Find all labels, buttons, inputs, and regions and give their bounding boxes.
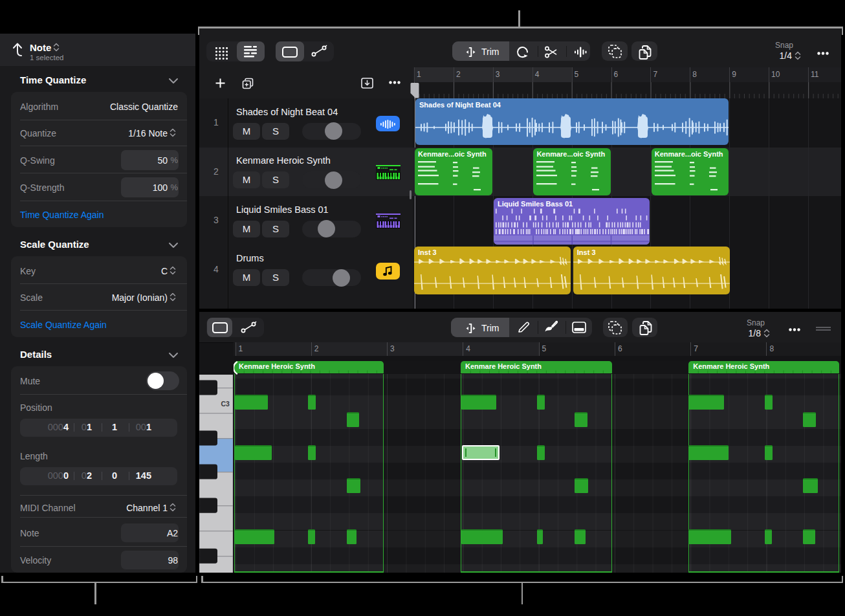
svg-text:C3: C3 — [221, 400, 230, 407]
